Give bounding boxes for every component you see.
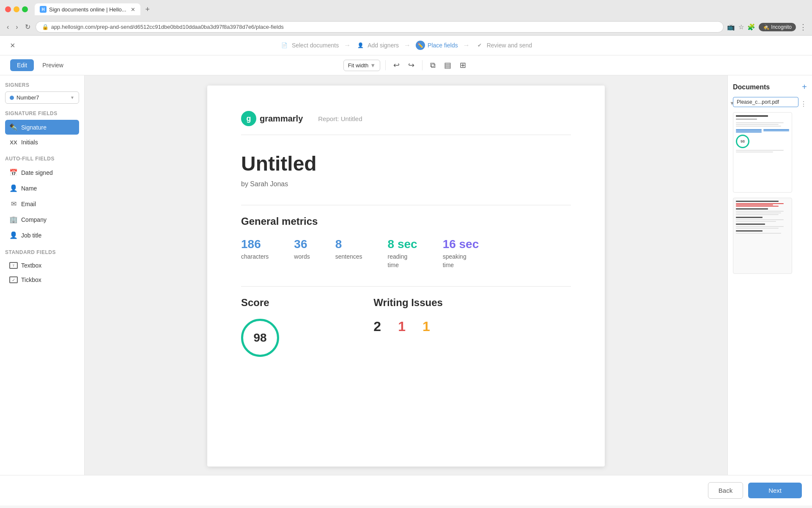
add-document-button[interactable]: + [802,82,807,92]
dot-close[interactable] [5,6,11,12]
field-initials[interactable]: XX Initials [5,135,79,149]
browser-tab[interactable]: H Sign documents online | Hello... ✕ [35,3,140,15]
fit-width-select[interactable]: Fit width ▼ [343,60,380,71]
filename-input[interactable] [733,97,798,107]
metric-speaking-time: 16 sec speakingtime [443,237,479,269]
toolbar-center: Fit width ▼ ↩ ↪ ⧉ ▤ ⊞ [343,59,469,72]
metric-speaking-label: speakingtime [443,253,479,269]
doc-title: Untitled [241,152,571,175]
doc-divider-1 [241,205,571,205]
step-label-signers: Add signers [368,42,399,49]
tickbox-icon: ✓ [9,276,18,283]
doc-thumbnail-2[interactable] [733,198,792,274]
wizard-step-select-documents[interactable]: 📄 Select documents [280,41,339,50]
preview-tab[interactable]: Preview [36,59,70,71]
bookmark-icon[interactable]: ☆ [738,23,744,31]
metrics-grid: 186 characters 36 words 8 sentences 8 se… [241,237,571,269]
initials-icon: XX [9,139,18,146]
more-icon[interactable]: ⋮ [799,22,807,32]
close-button[interactable]: × [10,41,15,50]
browser-nav-icons: 📺 ☆ 🧩 🕵 Incognito ⋮ [727,22,807,32]
step-label-select: Select documents [292,42,339,49]
undo-button[interactable]: ↩ [391,59,402,72]
step-icon-select: 📄 [280,41,289,50]
field-tickbox[interactable]: ✓ Tickbox [5,273,79,287]
incognito-label: Incognito [771,24,792,30]
metric-words-value: 36 [294,237,310,251]
doc-menu-button[interactable]: ⋮ [800,100,807,108]
field-signature-label: Signature [21,124,47,131]
new-tab-button[interactable]: + [145,5,150,14]
copy-button[interactable]: ⧉ [428,59,438,72]
fit-width-label: Fit width [348,62,368,69]
field-signature[interactable]: ✒️ Signature [5,120,79,135]
thumb-score-circle: 98 [736,135,749,148]
edit-tab[interactable]: Edit [10,59,34,71]
job-title-icon: 👤 [9,231,18,239]
next-button[interactable]: Next [748,483,802,498]
address-bar[interactable]: 🔒 app.hellosign.com/prep-and-send/d6512c… [36,21,724,33]
wizard-step-review[interactable]: ✔ Review and send [475,41,532,50]
app-container: × 📄 Select documents → 👤 Add signers → ✏… [0,36,812,505]
score-circle: 98 [241,319,279,357]
thumbnail-content: 98 [733,113,792,156]
signer-name: Number7 [16,94,39,101]
thumbnail-mini-content [733,198,792,237]
metric-characters-value: 186 [241,237,269,251]
autofill-section-title: Auto-fill fields [5,156,79,162]
field-name[interactable]: 👤 Name [5,181,79,196]
wizard-nav: × 📄 Select documents → 👤 Add signers → ✏… [0,36,812,55]
field-job-title[interactable]: 👤 Job title [5,228,79,243]
doc-thumbnail-1[interactable]: 98 [733,112,792,193]
wizard-step-place-fields[interactable]: ✏️ Place fields [416,41,458,50]
wizard-step-add-signers[interactable]: 👤 Add signers [356,41,399,50]
dot-minimize[interactable] [14,6,19,12]
writing-numbers: 2 1 1 [373,319,571,334]
redo-button[interactable]: ↪ [406,59,417,72]
nav-refresh-button[interactable]: ↻ [23,21,32,33]
signer-selector[interactable]: Number7 ▼ [5,91,79,104]
nav-back-button[interactable]: ‹ [5,22,11,33]
browser-chrome: H Sign documents online | Hello... ✕ + ‹… [0,0,812,36]
step-icon-review: ✔ [475,41,484,50]
writing-issues-heading: Writing Issues [373,297,571,309]
browser-titlebar: H Sign documents online | Hello... ✕ + [0,0,812,19]
doc-divider-2 [241,286,571,287]
grid-button[interactable]: ⊞ [457,59,469,72]
tab-favicon: H [40,6,47,13]
back-button[interactable]: Back [708,482,743,499]
metric-words: 36 words [294,237,310,269]
metric-characters-label: characters [241,253,269,261]
field-company[interactable]: 🏢 Company [5,212,79,227]
nav-forward-button[interactable]: › [14,22,19,33]
bottom-section: Score 98 Writing Issues 2 1 1 [241,297,571,357]
score-section: Score 98 [241,297,340,357]
field-date-signed[interactable]: 📅 Date signed [5,165,79,180]
field-date-label: Date signed [21,169,53,176]
document-area[interactable]: g grammarly Report: Untitled Untitled by… [85,75,727,475]
tab-close-icon[interactable]: ✕ [131,6,135,13]
extensions-icon[interactable]: 🧩 [747,23,755,31]
field-textbox[interactable]: T Textbox [5,259,79,272]
grammarly-name: grammarly [260,114,303,124]
expand-icon[interactable]: ▼ [730,100,735,106]
grammarly-circle-icon: g [241,111,256,126]
url-text: app.hellosign.com/prep-and-send/d6512cc9… [51,24,284,30]
dot-maximize[interactable] [22,6,28,12]
metric-reading-label: readingtime [388,253,417,269]
browser-nav: ‹ › ↻ 🔒 app.hellosign.com/prep-and-send/… [0,19,812,35]
textbox-icon: T [9,262,18,269]
signature-icon: ✒️ [9,123,18,131]
step-label-place: Place fields [428,42,458,49]
toolbar-divider-1 [385,60,386,70]
metric-reading-time: 8 sec readingtime [388,237,417,269]
field-company-label: Company [21,216,47,223]
metric-speaking-value: 16 sec [443,237,479,251]
date-signed-icon: 📅 [9,168,18,177]
field-tickbox-label: Tickbox [21,276,41,283]
field-email[interactable]: ✉ Email [5,196,79,211]
metric-words-label: words [294,253,310,261]
wizard-steps: 📄 Select documents → 👤 Add signers → ✏️ … [280,41,532,50]
layout-button[interactable]: ▤ [442,59,454,72]
cast-icon[interactable]: 📺 [727,23,735,31]
